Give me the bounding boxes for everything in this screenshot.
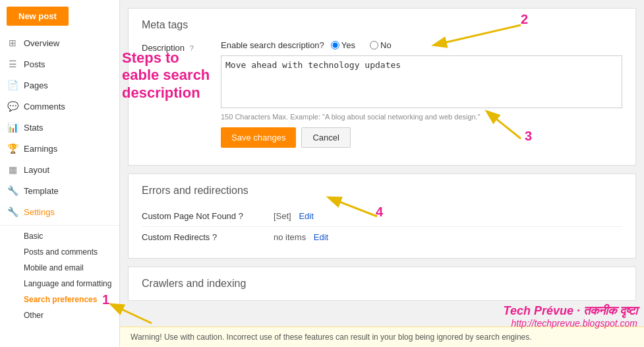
enable-label: Enable search description? [221, 40, 324, 50]
custom-redirects-row: Custom Redirects ? no items Edit [142, 227, 622, 247]
sidebar-item-pages[interactable]: 📄 Pages [0, 75, 119, 96]
sidebar-item-label: Comments [24, 102, 65, 111]
custom-redirects-help-icon[interactable]: ? [212, 232, 217, 242]
warning-bar: Warning! Use with caution. Incorrect use… [120, 327, 644, 347]
sidebar-item-label: Overview [24, 38, 59, 48]
sidebar-item-label: Stats [24, 123, 44, 133]
sidebar-item-label: Template [24, 186, 59, 196]
crawlers-title: Crawlers and indexing [142, 278, 622, 290]
sidebar-item-comments[interactable]: 💬 Comments [0, 96, 119, 117]
custom-redirects-label: Custom Redirects ? [142, 232, 274, 242]
sidebar-item-label: Settings [24, 207, 55, 217]
sidebar-item-stats[interactable]: 📊 Stats [0, 117, 119, 138]
submenu-mobile-email[interactable]: Mobile and email [24, 260, 119, 276]
main-content: Meta tags Description ? Enable search de… [120, 0, 644, 347]
meta-tags-section: Meta tags Description ? Enable search de… [128, 8, 636, 166]
sidebar: New post ⊞ Overview ☰ Posts 📄 Pages 💬 Co… [0, 0, 120, 347]
warning-text: Warning! Use with caution. Incorrect use… [131, 332, 532, 342]
description-field-row: Description ? Enable search description?… [142, 40, 622, 148]
description-help-icon[interactable]: ? [190, 44, 194, 52]
sidebar-item-layout[interactable]: ▦ Layout [0, 159, 119, 180]
pages-icon: 📄 [7, 79, 18, 91]
submenu-other[interactable]: Other [24, 307, 119, 323]
yes-radio-label[interactable]: Yes [331, 40, 362, 50]
sidebar-item-posts[interactable]: ☰ Posts [0, 53, 119, 75]
new-post-button[interactable]: New post [7, 7, 69, 26]
save-button[interactable]: Save changes [221, 127, 296, 148]
description-textarea[interactable]: Move ahead with technology updates [221, 55, 622, 108]
char-hint: 150 Characters Max. Example: "A blog abo… [221, 113, 622, 121]
sidebar-item-label: Earnings [24, 144, 57, 154]
yes-radio[interactable] [331, 41, 339, 49]
sidebar-submenu: Basic Posts and comments Mobile and emai… [0, 228, 119, 323]
sidebar-item-label: Pages [24, 80, 48, 90]
submenu-posts-comments[interactable]: Posts and comments [24, 244, 119, 260]
crawlers-section: Crawlers and indexing [128, 267, 636, 301]
custom-page-help-icon[interactable]: ? [239, 211, 243, 221]
errors-title: Errors and redirections [142, 185, 622, 197]
posts-icon: ☰ [7, 58, 18, 70]
sidebar-item-earnings[interactable]: 🏆 Earnings [0, 138, 119, 159]
comments-icon: 💬 [7, 100, 18, 112]
overview-icon: ⊞ [7, 37, 18, 49]
sidebar-item-label: Posts [24, 59, 45, 69]
custom-redirects-edit-link[interactable]: Edit [314, 232, 328, 242]
sidebar-item-overview[interactable]: ⊞ Overview [0, 32, 119, 53]
earnings-icon: 🏆 [7, 142, 18, 154]
submenu-language-formatting[interactable]: Language and formatting [24, 276, 119, 292]
no-radio[interactable] [370, 41, 378, 49]
sidebar-item-template[interactable]: 🔧 Template [0, 180, 119, 201]
cancel-button[interactable]: Cancel [301, 127, 350, 148]
submenu-search-preferences[interactable]: Search preferences [24, 292, 119, 307]
custom-page-not-found-label: Custom Page Not Found ? [142, 211, 274, 221]
button-row: Save changes Cancel [221, 127, 622, 148]
custom-page-not-found-row: Custom Page Not Found ? [Set] Edit [142, 206, 622, 227]
enable-search-description-row: Enable search description? Yes No [221, 40, 622, 50]
stats-icon: 📊 [7, 121, 18, 133]
custom-page-edit-link[interactable]: Edit [299, 211, 313, 221]
settings-icon: 🔧 [7, 206, 18, 218]
layout-icon: ▦ [7, 164, 18, 175]
submenu-basic[interactable]: Basic [24, 228, 119, 244]
description-content: Enable search description? Yes No Move a… [221, 40, 622, 148]
custom-redirects-value: no items Edit [274, 232, 622, 242]
errors-section: Errors and redirections Custom Page Not … [128, 174, 636, 259]
sidebar-item-settings[interactable]: 🔧 Settings [0, 201, 119, 222]
template-icon: 🔧 [7, 185, 18, 197]
description-label: Description ? [142, 40, 221, 53]
sidebar-divider [0, 225, 119, 226]
no-radio-label[interactable]: No [370, 40, 398, 50]
custom-page-value: [Set] Edit [274, 211, 622, 221]
sidebar-item-label: Layout [24, 165, 49, 175]
meta-tags-title: Meta tags [142, 19, 622, 31]
